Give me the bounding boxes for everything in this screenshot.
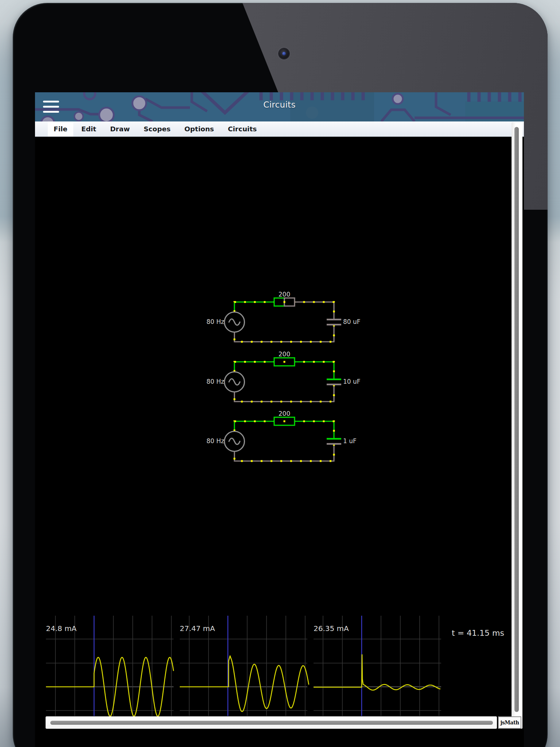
front-camera-icon bbox=[279, 49, 289, 59]
resistor bbox=[284, 298, 295, 306]
vertical-scrollbar-thumb[interactable] bbox=[514, 127, 519, 712]
vertical-scrollbar[interactable] bbox=[512, 122, 522, 729]
menu-item-scopes[interactable]: Scopes bbox=[138, 121, 176, 136]
source-frequency-label: 80 Hz bbox=[177, 438, 224, 445]
rc-circuit[interactable] bbox=[225, 298, 342, 342]
source-frequency-label: 80 Hz bbox=[177, 318, 224, 325]
resistor bbox=[274, 298, 284, 306]
scope-current-reading: 26.35 mA bbox=[314, 624, 349, 632]
page-title: Circuits bbox=[35, 100, 524, 109]
camera-lens bbox=[282, 52, 286, 55]
resistor-value-label: 200 bbox=[266, 351, 303, 358]
scope-waveform bbox=[180, 656, 309, 712]
rc-circuit[interactable] bbox=[225, 358, 342, 402]
jsmath-button[interactable]: jsMath bbox=[498, 716, 521, 729]
current-flow-dots bbox=[234, 362, 334, 402]
capacitor-value-label: 10 uF bbox=[343, 378, 390, 385]
current-flow-dots bbox=[234, 302, 334, 342]
horizontal-scrollbar[interactable] bbox=[46, 716, 497, 729]
resistor-value-label: 200 bbox=[266, 291, 303, 298]
menu-item-circuits[interactable]: Circuits bbox=[222, 121, 262, 136]
source-frequency-label: 80 Hz bbox=[177, 378, 224, 385]
rc-circuit[interactable] bbox=[225, 417, 342, 461]
menu-item-options[interactable]: Options bbox=[179, 121, 220, 136]
scope-waveform bbox=[314, 655, 440, 690]
scope-current-reading: 27.47 mA bbox=[180, 624, 215, 632]
capacitor-value-label: 80 uF bbox=[343, 318, 390, 325]
resistor-value-label: 200 bbox=[266, 410, 303, 417]
horizontal-scrollbar-thumb[interactable] bbox=[50, 721, 493, 725]
capacitor-value-label: 1 uF bbox=[343, 438, 390, 445]
menu-item-file[interactable]: File bbox=[48, 121, 73, 136]
menu-bar: File Edit Draw Scopes Options Circuits bbox=[35, 121, 524, 137]
circuit-diagrams[interactable] bbox=[35, 138, 524, 513]
scope-current-reading: 24.8 mA bbox=[46, 624, 77, 632]
app-screen: Circuits File Edit Draw Scopes Options C… bbox=[35, 92, 524, 747]
simulation-time-label: t = 41.15 ms bbox=[424, 629, 504, 638]
title-bar: Circuits bbox=[35, 92, 524, 121]
tablet-device: Circuits File Edit Draw Scopes Options C… bbox=[13, 3, 548, 747]
menu-item-edit[interactable]: Edit bbox=[75, 121, 102, 136]
menu-item-draw[interactable]: Draw bbox=[104, 121, 136, 136]
current-flow-dots bbox=[234, 421, 334, 461]
